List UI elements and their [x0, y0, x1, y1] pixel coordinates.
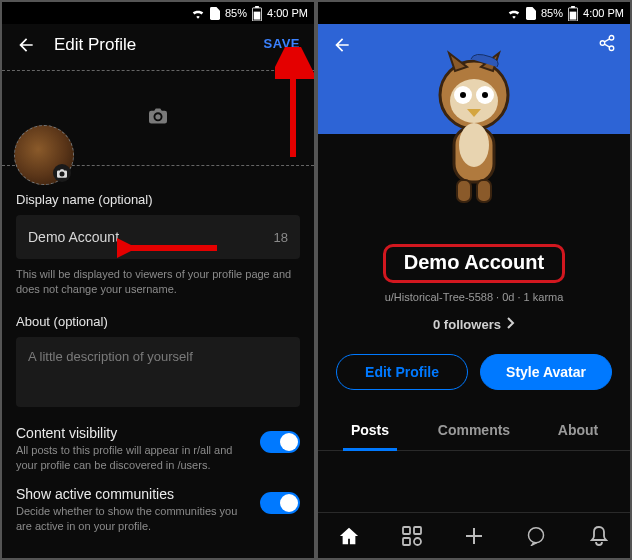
profile-followers[interactable]: 0 followers — [318, 317, 630, 332]
display-name-value: Demo Account — [28, 229, 119, 245]
avatar-camera-badge — [53, 164, 71, 182]
svg-point-9 — [600, 41, 605, 46]
profile-tabs: Posts Comments About — [318, 412, 630, 451]
camera-icon — [149, 108, 167, 128]
svg-point-18 — [482, 92, 488, 98]
avatar-upload[interactable] — [14, 125, 74, 185]
display-name-label: Display name (optional) — [16, 192, 300, 207]
back-arrow-icon[interactable] — [16, 35, 36, 55]
save-button[interactable]: SAVE — [264, 36, 300, 51]
svg-rect-1 — [255, 6, 259, 8]
svg-rect-2 — [254, 11, 261, 19]
svg-point-17 — [460, 92, 466, 98]
sim-icon — [526, 7, 536, 20]
followers-text: 0 followers — [433, 317, 501, 332]
chevron-right-icon — [507, 317, 515, 332]
bottom-nav — [318, 512, 630, 558]
about-label: About (optional) — [16, 314, 300, 329]
battery-percent: 85% — [225, 7, 247, 19]
svg-rect-21 — [457, 180, 471, 202]
nav-create-icon[interactable] — [463, 525, 485, 547]
status-time: 4:00 PM — [267, 7, 308, 19]
about-input[interactable]: A little description of yourself — [16, 337, 300, 407]
svg-rect-25 — [403, 538, 410, 545]
svg-point-29 — [529, 527, 544, 542]
battery-icon — [568, 6, 578, 21]
profile-avatar[interactable] — [414, 42, 534, 212]
page-title: Edit Profile — [54, 35, 136, 55]
display-name-char-count: 18 — [274, 230, 288, 245]
phone-edit-profile: 85% 4:00 PM Edit Profile SAVE Display na… — [2, 2, 314, 558]
show-active-toggle[interactable] — [260, 492, 300, 514]
profile-username-line: u/Historical-Tree-5588 · 0d · 1 karma — [318, 291, 630, 303]
status-bar: 85% 4:00 PM — [2, 2, 314, 24]
share-icon[interactable] — [598, 34, 616, 56]
content-visibility-title: Content visibility — [16, 425, 250, 441]
wifi-icon — [507, 8, 521, 19]
content-visibility-row: Content visibility All posts to this pro… — [2, 425, 314, 473]
svg-point-26 — [414, 538, 421, 545]
display-name-input[interactable]: Demo Account 18 — [16, 215, 300, 259]
profile-display-name: Demo Account — [383, 244, 565, 283]
sim-icon — [210, 7, 220, 20]
status-time: 4:00 PM — [583, 7, 624, 19]
style-avatar-button[interactable]: Style Avatar — [480, 354, 612, 390]
svg-rect-6 — [571, 6, 575, 8]
back-arrow-icon[interactable] — [332, 35, 352, 55]
display-name-helper: This will be displayed to viewers of you… — [16, 267, 300, 298]
phone-profile-view: 85% 4:00 PM — [318, 2, 630, 558]
battery-icon — [252, 6, 262, 21]
banner-upload-area[interactable] — [2, 70, 314, 166]
tab-about[interactable]: About — [526, 412, 630, 450]
svg-rect-22 — [477, 180, 491, 202]
status-bar: 85% 4:00 PM — [318, 2, 630, 24]
nav-browse-icon[interactable] — [401, 525, 423, 547]
nav-home-icon[interactable] — [338, 525, 360, 547]
svg-rect-23 — [403, 527, 410, 534]
profile-action-buttons: Edit Profile Style Avatar — [318, 354, 630, 390]
show-active-title: Show active communities — [16, 486, 250, 502]
display-name-section: Display name (optional) Demo Account 18 … — [2, 166, 314, 298]
nav-inbox-icon[interactable] — [588, 525, 610, 547]
svg-rect-7 — [570, 11, 577, 19]
svg-line-12 — [604, 44, 609, 47]
tab-posts[interactable]: Posts — [318, 412, 422, 450]
show-active-row: Show active communities Decide whether t… — [2, 486, 314, 534]
edit-profile-header: Edit Profile SAVE — [2, 24, 314, 66]
svg-point-20 — [459, 123, 489, 167]
about-section: About (optional) A little description of… — [2, 298, 314, 407]
content-visibility-sub: All posts to this profile will appear in… — [16, 443, 250, 473]
svg-point-8 — [609, 36, 614, 41]
nav-chat-icon[interactable] — [525, 525, 547, 547]
about-placeholder: A little description of yourself — [28, 349, 193, 364]
battery-percent: 85% — [541, 7, 563, 19]
svg-rect-24 — [414, 527, 421, 534]
svg-line-11 — [604, 39, 609, 42]
show-active-sub: Decide whether to show the communities y… — [16, 504, 250, 534]
wifi-icon — [191, 8, 205, 19]
svg-point-10 — [609, 46, 614, 51]
tab-comments[interactable]: Comments — [422, 412, 526, 450]
content-visibility-toggle[interactable] — [260, 431, 300, 453]
edit-profile-button[interactable]: Edit Profile — [336, 354, 468, 390]
